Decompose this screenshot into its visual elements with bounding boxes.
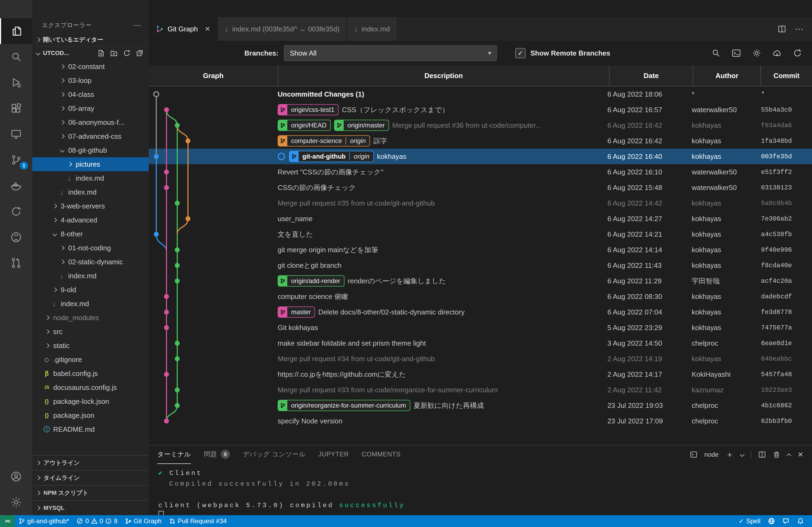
commit-row[interactable]: Merge pull request #34 from ut-code/git-… xyxy=(149,351,812,366)
column-header-author[interactable]: Author xyxy=(693,65,760,86)
commit-row[interactable]: Git kokhayas5 Aug 2022 23:29kokhayas7475… xyxy=(149,320,812,335)
workspace-section[interactable]: UTCOD... xyxy=(32,46,149,60)
column-header-graph[interactable]: Graph xyxy=(149,65,278,86)
branch-badge[interactable]: origin/css-test1 xyxy=(278,104,338,115)
tree-item[interactable]: pictures xyxy=(32,157,149,171)
explorer-icon[interactable] xyxy=(0,18,32,44)
remote-explorer-icon[interactable] xyxy=(0,121,32,147)
new-terminal-icon[interactable]: ＋ xyxy=(726,449,734,460)
commit-row[interactable]: origin/add-renderrenderのページを編集しました6 Aug … xyxy=(149,273,812,289)
sidebar-section-アウトライン[interactable]: アウトライン xyxy=(32,455,149,470)
account-icon[interactable] xyxy=(0,464,32,490)
open-editors-section[interactable]: 開いているエディター xyxy=(32,33,149,46)
tree-item[interactable]: static xyxy=(32,338,149,352)
tree-item[interactable]: ↓index.md xyxy=(32,269,149,283)
branch-badge[interactable]: origin/master xyxy=(334,120,389,131)
commit-row[interactable]: Revert "CSSの節の画像チェック"6 Aug 2022 16:10wat… xyxy=(149,164,812,180)
tree-item[interactable]: 4-advanced xyxy=(32,213,149,227)
new-file-icon[interactable] xyxy=(97,49,105,57)
commit-row[interactable]: Merge pull request #35 from ut-code/git-… xyxy=(149,195,812,211)
tree-item[interactable]: 8-other xyxy=(32,227,149,241)
tree-item[interactable]: {}package-lock.json xyxy=(32,394,149,408)
commit-row[interactable]: Uncommitted Changes (1)6 Aug 2022 18:06*… xyxy=(149,86,812,102)
tree-item[interactable]: src xyxy=(32,325,149,338)
branch-badge[interactable]: git-and-githuborigin xyxy=(289,151,374,162)
tree-item[interactable]: ⓘREADME.md xyxy=(32,422,149,436)
tree-item[interactable]: 02-constant xyxy=(32,60,149,74)
terminal-dropdown-icon[interactable] xyxy=(740,452,744,457)
commit-row[interactable]: Merge pull request #33 from ut-code/reor… xyxy=(149,382,812,398)
tree-item[interactable]: 08-git-github xyxy=(32,143,149,157)
tree-item[interactable]: {}package.json xyxy=(32,408,149,422)
kill-terminal-icon[interactable] xyxy=(773,451,780,458)
sidebar-section-NPM スクリプト[interactable]: NPM スクリプト xyxy=(32,485,149,500)
terminal-profile-label[interactable]: node xyxy=(704,451,719,458)
globe-status-item[interactable] xyxy=(764,515,779,527)
pull-requests-icon[interactable] xyxy=(0,250,32,276)
split-terminal-icon[interactable] xyxy=(758,451,766,458)
tree-item[interactable]: node_modules xyxy=(32,311,149,325)
panel-tab[interactable]: デバッグ コンソール xyxy=(243,445,305,464)
branch-status-item[interactable]: git-and-github* xyxy=(15,515,73,527)
tree-item[interactable]: 05-array xyxy=(32,102,149,115)
tree-item[interactable]: JSdocusaurus.config.js xyxy=(32,380,149,394)
problems-status-item[interactable]: 0 0 8 xyxy=(73,515,121,527)
commit-row[interactable]: specify Node version23 Jul 2022 17:09che… xyxy=(149,413,812,429)
commit-row[interactable]: origin/css-test1CSS（フレックスボックスまで）6 Aug 20… xyxy=(149,102,812,118)
column-header-commit[interactable]: Commit xyxy=(760,65,812,86)
terminal-icon[interactable] xyxy=(731,48,741,58)
panel-tab[interactable]: 問題8 xyxy=(204,445,230,464)
tree-item[interactable]: ◇.gitignore xyxy=(32,352,149,366)
maximize-panel-icon[interactable] xyxy=(787,453,791,458)
commit-row[interactable]: origin/reorganize-for-summer-curriculum夏… xyxy=(149,398,812,413)
tree-item[interactable]: 04-class xyxy=(32,88,149,102)
feedback-status-item[interactable] xyxy=(779,515,793,527)
notifications-status-item[interactable] xyxy=(793,515,808,527)
branch-badge[interactable]: computer-scienceorigin xyxy=(278,135,370,147)
docker-icon[interactable] xyxy=(0,173,32,199)
editor-more-icon[interactable]: ⋯ xyxy=(795,24,803,34)
fetch-cloud-icon[interactable] xyxy=(772,48,782,58)
branches-dropdown[interactable]: Show All ▾ xyxy=(284,45,497,61)
commit-row[interactable]: CSSの節の画像チェック6 Aug 2022 15:48waterwalker5… xyxy=(149,180,812,195)
tree-item[interactable]: 06-anonymous-f... xyxy=(32,115,149,129)
commit-row[interactable]: computer-scienceorigin誤字6 Aug 2022 16:42… xyxy=(149,133,812,149)
panel-tab[interactable]: ターミナル xyxy=(157,445,191,464)
spell-status-item[interactable]: ✓ Spell xyxy=(735,515,764,527)
new-folder-icon[interactable] xyxy=(110,49,118,57)
split-editor-icon[interactable] xyxy=(778,25,786,33)
close-tab-icon[interactable]: ✕ xyxy=(205,25,210,33)
commit-row[interactable]: git cloneとgit branch6 Aug 2022 11:43kokh… xyxy=(149,258,812,273)
branch-badge[interactable]: origin/HEAD xyxy=(278,120,331,131)
remote-indicator[interactable]: >< xyxy=(0,515,15,527)
tree-item[interactable]: 07-advanced-css xyxy=(32,129,149,143)
tree-item[interactable]: 02-static-dynamic xyxy=(32,255,149,269)
search-icon[interactable] xyxy=(0,44,32,70)
branch-badge[interactable]: origin/reorganize-for-summer-curriculum xyxy=(278,400,410,411)
tree-item[interactable]: ↓index.md xyxy=(32,171,149,185)
history-icon[interactable] xyxy=(0,199,32,224)
find-icon[interactable] xyxy=(711,48,721,58)
sidebar-more-icon[interactable]: ⋯ xyxy=(133,21,141,30)
editor-tab[interactable]: ↓index.md xyxy=(347,17,397,41)
commit-row[interactable]: https://.co.jpをhttps://github.comに変えた2 A… xyxy=(149,366,812,382)
tree-item[interactable]: 03-loop xyxy=(32,74,149,88)
tree-item[interactable]: 9-old xyxy=(32,283,149,297)
commit-row[interactable]: computer science 俯瞰6 Aug 2022 08:30kokha… xyxy=(149,289,812,304)
tree-item[interactable]: 3-web-servers xyxy=(32,199,149,213)
sidebar-section-タイムライン[interactable]: タイムライン xyxy=(32,470,149,485)
terminal-output[interactable]: ✔ ClientCompiled successfully in 202.08m… xyxy=(149,464,812,515)
commit-row[interactable]: user_name6 Aug 2022 14:27kokhayas7e306ab… xyxy=(149,211,812,226)
refresh-icon[interactable] xyxy=(793,48,802,58)
settings-icon[interactable] xyxy=(0,490,32,515)
tree-item[interactable]: ↓index.md xyxy=(32,297,149,311)
sidebar-section-MYSQL[interactable]: MYSQL xyxy=(32,500,149,515)
collapse-all-icon[interactable] xyxy=(136,49,143,57)
panel-tab[interactable]: COMMENTS xyxy=(362,445,401,464)
pull-request-status-item[interactable]: Pull Request #34 xyxy=(165,515,231,527)
commit-row[interactable]: origin/HEADorigin/masterMerge pull reque… xyxy=(149,118,812,133)
tree-item[interactable]: βbabel.config.js xyxy=(32,366,149,380)
refresh-explorer-icon[interactable] xyxy=(123,49,130,57)
branch-badge[interactable]: master xyxy=(278,306,315,318)
editor-tab[interactable]: Git Graph✕ xyxy=(149,17,218,41)
